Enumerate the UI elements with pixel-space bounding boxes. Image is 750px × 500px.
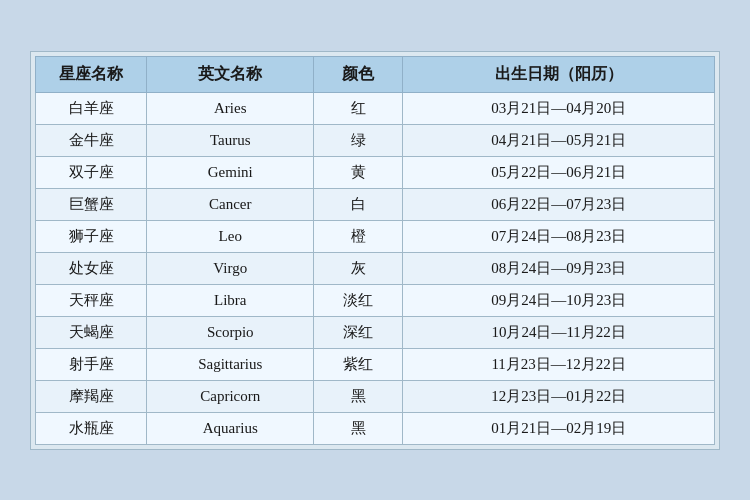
cell-date: 08月24日—09月23日	[403, 252, 715, 284]
table-row: 天秤座Libra淡红09月24日—10月23日	[36, 284, 715, 316]
cell-english: Virgo	[147, 252, 314, 284]
cell-color: 红	[314, 92, 403, 124]
cell-date: 10月24日—11月22日	[403, 316, 715, 348]
table-row: 摩羯座Capricorn黑12月23日—01月22日	[36, 380, 715, 412]
table-row: 白羊座Aries红03月21日—04月20日	[36, 92, 715, 124]
cell-chinese: 金牛座	[36, 124, 147, 156]
cell-chinese: 白羊座	[36, 92, 147, 124]
cell-date: 03月21日—04月20日	[403, 92, 715, 124]
cell-date: 07月24日—08月23日	[403, 220, 715, 252]
cell-chinese: 射手座	[36, 348, 147, 380]
table-row: 天蝎座Scorpio深红10月24日—11月22日	[36, 316, 715, 348]
header-english: 英文名称	[147, 56, 314, 92]
cell-color: 绿	[314, 124, 403, 156]
cell-chinese: 处女座	[36, 252, 147, 284]
table-row: 金牛座Taurus绿04月21日—05月21日	[36, 124, 715, 156]
cell-english: Aquarius	[147, 412, 314, 444]
cell-color: 橙	[314, 220, 403, 252]
cell-chinese: 巨蟹座	[36, 188, 147, 220]
cell-english: Taurus	[147, 124, 314, 156]
table-row: 水瓶座Aquarius黑01月21日—02月19日	[36, 412, 715, 444]
header-date: 出生日期（阳历）	[403, 56, 715, 92]
cell-date: 11月23日—12月22日	[403, 348, 715, 380]
cell-color: 黑	[314, 380, 403, 412]
table-row: 双子座Gemini黄05月22日—06月21日	[36, 156, 715, 188]
cell-english: Cancer	[147, 188, 314, 220]
cell-english: Aries	[147, 92, 314, 124]
table-header-row: 星座名称 英文名称 颜色 出生日期（阳历）	[36, 56, 715, 92]
table-body: 白羊座Aries红03月21日—04月20日金牛座Taurus绿04月21日—0…	[36, 92, 715, 444]
cell-chinese: 狮子座	[36, 220, 147, 252]
header-color: 颜色	[314, 56, 403, 92]
table-row: 射手座Sagittarius紫红11月23日—12月22日	[36, 348, 715, 380]
zodiac-table-container: 星座名称 英文名称 颜色 出生日期（阳历） 白羊座Aries红03月21日—04…	[30, 51, 720, 450]
cell-color: 深红	[314, 316, 403, 348]
cell-english: Capricorn	[147, 380, 314, 412]
cell-chinese: 水瓶座	[36, 412, 147, 444]
cell-color: 黄	[314, 156, 403, 188]
cell-color: 黑	[314, 412, 403, 444]
cell-date: 05月22日—06月21日	[403, 156, 715, 188]
cell-english: Gemini	[147, 156, 314, 188]
cell-color: 灰	[314, 252, 403, 284]
cell-chinese: 双子座	[36, 156, 147, 188]
cell-english: Libra	[147, 284, 314, 316]
cell-date: 01月21日—02月19日	[403, 412, 715, 444]
cell-chinese: 天秤座	[36, 284, 147, 316]
table-row: 狮子座Leo橙07月24日—08月23日	[36, 220, 715, 252]
cell-date: 09月24日—10月23日	[403, 284, 715, 316]
cell-date: 12月23日—01月22日	[403, 380, 715, 412]
zodiac-table: 星座名称 英文名称 颜色 出生日期（阳历） 白羊座Aries红03月21日—04…	[35, 56, 715, 445]
cell-chinese: 摩羯座	[36, 380, 147, 412]
table-row: 巨蟹座Cancer白06月22日—07月23日	[36, 188, 715, 220]
cell-date: 06月22日—07月23日	[403, 188, 715, 220]
cell-chinese: 天蝎座	[36, 316, 147, 348]
cell-color: 白	[314, 188, 403, 220]
cell-color: 紫红	[314, 348, 403, 380]
header-chinese: 星座名称	[36, 56, 147, 92]
cell-english: Scorpio	[147, 316, 314, 348]
cell-date: 04月21日—05月21日	[403, 124, 715, 156]
cell-color: 淡红	[314, 284, 403, 316]
cell-english: Leo	[147, 220, 314, 252]
cell-english: Sagittarius	[147, 348, 314, 380]
table-row: 处女座Virgo灰08月24日—09月23日	[36, 252, 715, 284]
